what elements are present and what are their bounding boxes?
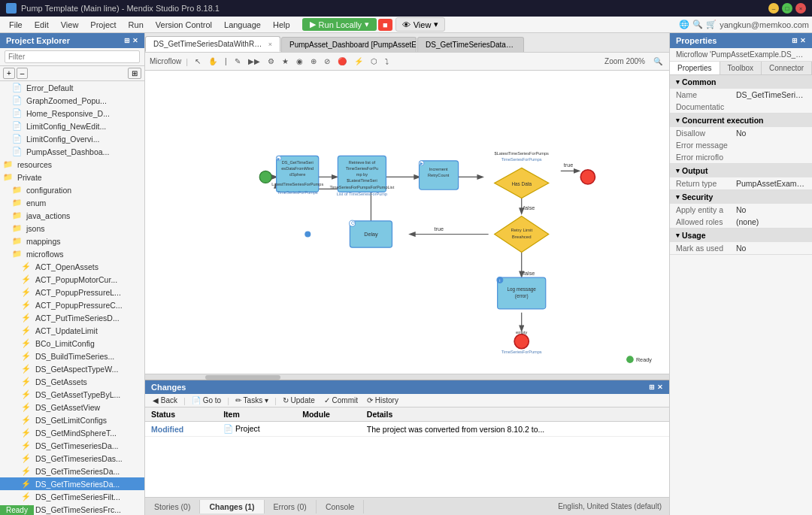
section-common-header[interactable]: Common	[670, 75, 812, 89]
view-icon: 👁	[402, 20, 411, 29]
tree-item-mappings[interactable]: 📁mappings	[0, 235, 144, 247]
tree-item-ds_buildtimeseries[interactable]: ⚡DS_BuildTimeSeries...	[0, 350, 144, 362]
tab-properties[interactable]: Properties	[670, 62, 720, 74]
horizontal-scrollbar[interactable]	[145, 374, 669, 380]
edit-btn-6[interactable]: ⊕	[308, 56, 319, 66]
tree-item-act_openassets[interactable]: ⚡ACT_OpenAssets	[0, 260, 144, 273]
maximize-button[interactable]: □	[782, 3, 792, 14]
tree-item-act_updatelimit[interactable]: ⚡ACT_UpdateLimit	[0, 324, 144, 337]
stop-button[interactable]: ■	[378, 19, 392, 31]
run-locally-button[interactable]: ▶ Run Locally ▾	[302, 18, 377, 31]
zoom-info: Zoom 200%	[604, 57, 645, 65]
tree-item-home_responsive[interactable]: 📄Home_Responsive_D...	[0, 107, 144, 120]
search-icon[interactable]: 🔍	[692, 20, 703, 29]
pointer-tool[interactable]: ↖	[192, 56, 203, 66]
minimize-button[interactable]: –	[768, 3, 779, 14]
edit-btn-3[interactable]: ⚙	[265, 56, 277, 66]
svg-text:Ready: Ready	[636, 356, 652, 363]
close-button[interactable]: ×	[795, 3, 806, 14]
tree-item-ds_gettimeseriesdas[interactable]: ⚡DS_GetTimeseriesDa...	[0, 439, 144, 452]
menu-project[interactable]: Project	[84, 19, 122, 31]
menu-edit[interactable]: Edit	[29, 19, 55, 31]
tree-item-ds_getassetview[interactable]: ⚡DS_GetAssetView	[0, 401, 144, 414]
tree-item-enum[interactable]: 📁enum	[0, 196, 144, 209]
menu-run[interactable]: Run	[123, 19, 150, 31]
view-button[interactable]: 👁 View ▾	[395, 17, 446, 32]
tree-item-ds_getlimitconfigs[interactable]: ⚡DS_GetLimitConfigs	[0, 414, 144, 426]
menu-version-control[interactable]: Version Control	[150, 19, 218, 31]
zoom-out-btn[interactable]: 🔍	[651, 56, 665, 66]
table-row[interactable]: Modified 📄 Project The project was conve…	[145, 422, 669, 437]
expand-all-button[interactable]: +	[3, 68, 15, 79]
tree-item-ds_getaspecttypew[interactable]: ⚡DS_GetAspectTypeW...	[0, 362, 144, 375]
grid-view-button[interactable]: ⊞	[128, 68, 141, 79]
details-cell: The project was converted from version 8…	[361, 422, 669, 437]
tree-item-ds_getassets[interactable]: ⚡DS_GetAssets	[0, 375, 144, 388]
tree-item-ds_getassettypeby[interactable]: ⚡DS_GetAssetTypeByL...	[0, 388, 144, 401]
tree-item-resources[interactable]: 📁resources	[0, 158, 144, 171]
section-concurrent-header[interactable]: Concurrent execution	[670, 114, 812, 127]
edit-btn-7[interactable]: ⊘	[322, 56, 332, 66]
edit-btn-10[interactable]: ⬡	[368, 56, 380, 66]
tree-item-java_actions[interactable]: 📁java_actions	[0, 209, 144, 222]
goto-button[interactable]: 📄 Go to	[189, 395, 224, 405]
section-output-header[interactable]: Output	[670, 164, 812, 177]
edit-btn-5[interactable]: ◉	[294, 56, 305, 66]
tab-changes[interactable]: Changes (1)	[200, 500, 264, 513]
tree-item-ds_getmindspheret[interactable]: ⚡DS_GetMindSphereT...	[0, 426, 144, 439]
tab-ds-gettimeseries-from[interactable]: DS_GetTimeSeriesDataFromMindSp...	[417, 37, 524, 52]
menu-help[interactable]: Help	[267, 19, 296, 31]
edit-btn-11[interactable]: ⤵	[383, 56, 391, 66]
tree-item-ds_gettimeseriesda_sel[interactable]: ⚡DS_GetTimeSeriesDa...	[0, 477, 144, 490]
edit-btn-2[interactable]: ▶▶	[246, 56, 262, 66]
tree-item-bco_limitconfig[interactable]: ⚡BCo_LimitConfig	[0, 337, 144, 350]
tab-stories[interactable]: Stories (0)	[145, 500, 200, 513]
tree-item-ds_gettimeseriesdas2[interactable]: ⚡DS_GetTimeseriesDas...	[0, 452, 144, 465]
tree-item-pumpasset_dashboa[interactable]: 📄PumpAsset_Dashboa...	[0, 145, 144, 158]
section-security-header[interactable]: Security	[670, 190, 812, 204]
properties-panel-controls[interactable]: ⊞ ✕	[792, 37, 806, 44]
edit-btn-8[interactable]: 🔴	[335, 56, 349, 66]
edit-btn-9[interactable]: ⚡	[352, 56, 365, 66]
tree-item-act_popuppressurec[interactable]: ⚡ACT_PopupPressureC...	[0, 298, 144, 311]
tab-toolbox[interactable]: Toolbox	[720, 62, 762, 74]
scrollbar-thumb[interactable]	[205, 375, 280, 380]
edit-btn-1[interactable]: ✎	[232, 56, 243, 66]
menu-language[interactable]: Language	[218, 19, 267, 31]
history-button[interactable]: ⟳ History	[364, 395, 401, 405]
tree-item-jsons[interactable]: 📁jsons	[0, 222, 144, 235]
edit-btn-4[interactable]: ★	[280, 56, 291, 66]
tree-item-act_popupmotorcur[interactable]: ⚡ACT_PopupMotorCur...	[0, 273, 144, 286]
tab-connector[interactable]: Connector	[762, 62, 812, 74]
hand-tool[interactable]: ✋	[206, 56, 220, 66]
tree-item-graphzoomed_popu[interactable]: 📄GraphZoomed_Popu...	[0, 94, 144, 107]
tree-item-ds_gettimeseriesfilt[interactable]: ⚡DS_GetTimeSeriesFilt...	[0, 490, 144, 503]
section-usage-header[interactable]: Usage	[670, 229, 812, 242]
collapse-all-button[interactable]: –	[17, 68, 29, 79]
tab-close-icon[interactable]: ×	[268, 41, 272, 48]
canvas-area[interactable]: true false true false	[145, 71, 669, 380]
tree-item-microflows[interactable]: 📁microflows	[0, 247, 144, 260]
tree-item-act_popuppressure1[interactable]: ⚡ACT_PopupPressureL...	[0, 286, 144, 298]
tree-item-limitconfig_overvi[interactable]: 📄LimitConfig_Overvi...	[0, 132, 144, 145]
tab-console[interactable]: Console	[317, 500, 365, 513]
tab-ds-gettimeseries[interactable]: DS_GetTimeSeriesDataWithRetry [PumpAsset…	[145, 36, 280, 52]
panel-controls[interactable]: ⊞ ✕	[124, 37, 138, 44]
svg-text:false: false	[523, 270, 535, 277]
tab-pumpasset-dashboard[interactable]: PumpAsset_Dashboard [PumpAssetExample]	[281, 37, 417, 52]
tab-errors[interactable]: Errors (0)	[265, 500, 317, 513]
menu-file[interactable]: File	[3, 19, 29, 31]
tasks-button[interactable]: ✏ Tasks ▾	[232, 395, 271, 405]
tree-item-error_default[interactable]: 📄Error_Default	[0, 81, 144, 94]
commit-button[interactable]: ✓ Commit	[321, 395, 361, 405]
tree-item-private[interactable]: 📁Private	[0, 171, 144, 183]
changes-panel-controls[interactable]: ⊞ ✕	[649, 383, 663, 391]
tree-item-act_puttimeseries[interactable]: ⚡ACT_PutTimeSeriesD...	[0, 311, 144, 324]
tree-item-limitconfig_newedi[interactable]: 📄LimitConfig_NewEdit...	[0, 120, 144, 132]
tree-item-ds_gettimeseriesda3[interactable]: ⚡DS_GetTimeSeriesDa...	[0, 465, 144, 477]
back-button[interactable]: ◀ Back	[150, 395, 180, 405]
tree-item-configuration[interactable]: 📁configuration	[0, 183, 144, 196]
menu-view[interactable]: View	[55, 19, 85, 31]
search-input[interactable]	[5, 50, 140, 63]
update-button[interactable]: ↻ Update	[280, 395, 318, 405]
